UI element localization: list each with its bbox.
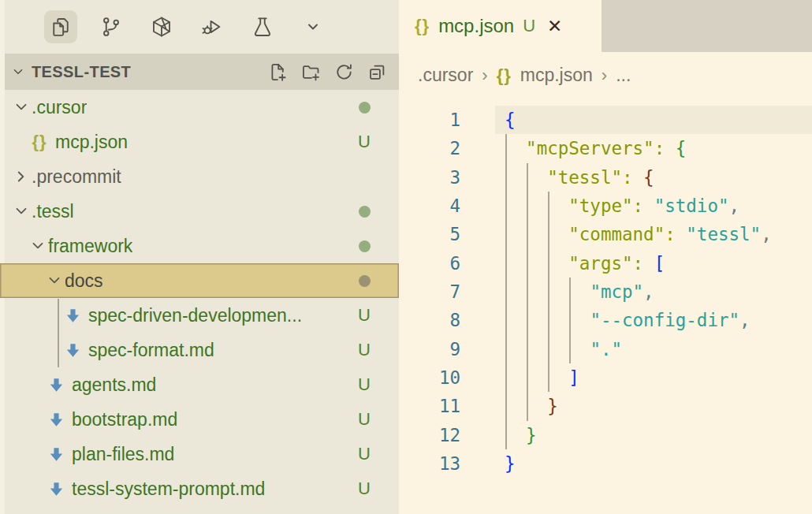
markdown-file-icon [44,411,68,429]
json-file-icon: {} [497,65,512,86]
chevron-down-icon[interactable] [296,10,330,43]
code-line-2: "mcpServers": { [505,134,772,162]
tree-item-label: docs [65,270,103,292]
file-tree: .cursor{}mcp.jsonU.precommit.tesslframew… [0,90,399,506]
tab-bar: {} mcp.json U ✕ [399,0,812,52]
line-number: 4 [399,192,460,220]
chevron-right-icon [11,168,32,185]
code-line-9: "." [505,335,772,363]
collapse-all-icon[interactable] [367,61,388,83]
breadcrumb-folder[interactable]: .cursor [418,65,473,86]
line-number: 12 [399,421,460,449]
sidebar: TESSL-TEST [0,0,399,514]
tree-row-docs[interactable]: docs [0,263,399,298]
json-file-icon: {} [415,16,430,36]
markdown-file-icon [61,341,84,359]
line-number: 9 [399,335,460,363]
tree-row-plan-files-md[interactable]: plan-files.mdU [0,437,399,471]
line-number-gutter[interactable]: 12345678910111213 [399,106,460,478]
tab-mcp-json[interactable]: {} mcp.json U ✕ [399,0,602,52]
json-file-icon: {} [28,132,51,152]
tree-item-label: tessl-system-prompt.md [72,479,265,500]
breadcrumb-separator: › [482,65,487,86]
git-untracked-badge: U [358,409,371,430]
line-number: 6 [399,249,460,277]
code-line-13: } [505,449,772,478]
tree-row--precommit[interactable]: .precommit [0,159,399,194]
code-lines[interactable]: { "mcpServers": { "tessl": { "type": "st… [505,106,772,478]
tree-row-framework[interactable]: framework [0,229,399,263]
line-number: 2 [399,134,460,162]
tree-row--tessl[interactable]: .tessl [0,194,399,229]
close-icon[interactable]: ✕ [547,16,562,37]
run-debug-icon[interactable] [196,10,229,43]
indent-guide [569,277,571,363]
explorer-icon[interactable] [44,10,77,43]
refresh-icon[interactable] [333,61,355,83]
chevron-down-icon[interactable] [8,63,28,80]
modified-dot-badge [359,240,371,252]
code-line-10: ] [505,363,772,392]
tree-row-bootstrap-md[interactable]: bootstrap.mdU [0,402,399,437]
tree-item-label: .precommit [32,166,121,188]
new-folder-icon[interactable] [300,61,322,83]
line-number: 7 [399,277,460,306]
git-modified-badge: U [523,16,535,36]
code-line-6: "args": [ [505,249,772,277]
code-line-3: "tessl": { [505,163,772,192]
chevron-down-icon [11,99,32,116]
line-number: 1 [399,106,460,134]
code-line-7: "mcp", [505,277,772,306]
tree-item-label: plan-files.md [72,444,174,465]
source-control-icon[interactable] [95,10,128,43]
git-untracked-badge: U [358,374,371,395]
breadcrumb: .cursor › {} mcp.json › ... [399,52,812,99]
explorer-section-header: TESSL-TEST [0,54,399,90]
markdown-file-icon [44,480,68,498]
activity-bar [0,0,399,54]
line-number: 11 [399,392,460,420]
line-number: 13 [399,449,460,478]
indent-guide [527,163,528,421]
markdown-file-icon [61,307,84,325]
extensions-cube-icon[interactable] [145,10,178,43]
tree-row-spec-format-md[interactable]: spec-format.mdU [0,333,399,367]
tree-item-label: bootstrap.md [72,409,177,430]
testing-flask-icon[interactable] [246,10,279,43]
tree-item-label: agents.md [72,374,156,396]
code-line-8: "--config-dir", [505,306,772,334]
modified-dot-badge [359,206,371,218]
tree-row-tessl-system-prompt-md[interactable]: tessl-system-prompt.mdU [0,471,399,506]
tab-label: mcp.json [438,15,514,37]
tree-row-spec-driven-developmen-[interactable]: spec-driven-developmen...U [0,298,399,333]
tree-row-mcp-json[interactable]: {}mcp.jsonU [0,125,399,159]
indent-guide [505,134,507,449]
git-untracked-badge: U [358,132,371,152]
tree-row--cursor[interactable]: .cursor [0,90,399,125]
breadcrumb-file[interactable]: mcp.json [520,65,593,86]
markdown-file-icon [44,376,68,394]
tree-item-label: spec-driven-developmen... [88,305,302,326]
code-line-1: { [505,106,772,134]
git-untracked-badge: U [358,305,371,326]
line-number: 10 [399,363,460,392]
tree-item-label: mcp.json [55,132,128,153]
breadcrumb-separator: › [602,65,607,86]
code-line-11: } [505,392,772,420]
git-untracked-badge: U [358,340,371,360]
tree-item-label: .tessl [32,201,74,222]
chevron-down-icon [44,272,65,289]
modified-dot-badge [359,275,371,287]
code-editor[interactable]: 12345678910111213 { "mcpServers": { "tes… [399,106,812,514]
markdown-file-icon [44,445,68,464]
breadcrumb-more[interactable]: ... [616,65,631,86]
line-number: 3 [399,163,460,192]
tree-indent-guide [58,299,59,367]
editor-group: {} mcp.json U ✕ .cursor › {} mcp.json › … [399,0,812,514]
tree-item-label: framework [48,236,132,257]
indent-guide [548,192,549,392]
new-file-icon[interactable] [267,61,289,83]
code-line-4: "type": "stdio", [505,192,772,220]
line-number: 5 [399,220,460,248]
tree-row-agents-md[interactable]: agents.mdU [0,367,399,402]
